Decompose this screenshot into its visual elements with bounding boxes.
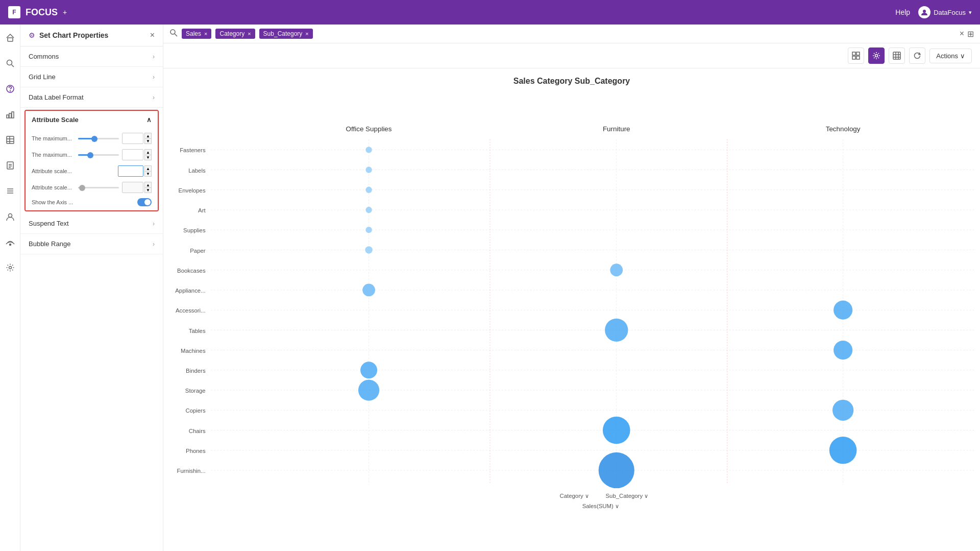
svg-text:Chairs: Chairs xyxy=(189,428,206,434)
svg-text:Fasteners: Fasteners xyxy=(180,148,206,154)
suspend-text-chevron: › xyxy=(153,220,155,227)
scale-input-group-max2: 0.3 ▲ ▼ xyxy=(122,149,152,160)
scale-label-max1: The maximum... xyxy=(32,135,75,141)
filter-bar-right: × ⊞ xyxy=(960,29,974,39)
show-axis-toggle[interactable] xyxy=(137,198,152,206)
actions-button[interactable]: Actions ∨ xyxy=(929,49,972,63)
svg-text:Storage: Storage xyxy=(185,388,206,394)
filter-tag-sales-close[interactable]: × xyxy=(204,31,207,37)
svg-point-87 xyxy=(834,341,852,360)
svg-line-24 xyxy=(175,34,177,36)
svg-text:Labels: Labels xyxy=(188,167,206,174)
scale-input-attr1[interactable]: 50 xyxy=(118,165,143,177)
panel-header: ⚙ Set Chart Properties × xyxy=(20,25,163,46)
svg-point-23 xyxy=(170,30,175,34)
scale-row-attr1: Attribute scale... 50 ▲ ▼ xyxy=(32,165,152,177)
scale-spinner-up-max1[interactable]: ▲ xyxy=(144,133,152,138)
sidebar-icons xyxy=(0,25,20,551)
filter-clear-button[interactable]: × xyxy=(960,29,964,39)
sidebar-user[interactable] xyxy=(2,208,18,225)
scale-spinner-down-max1[interactable]: ▼ xyxy=(144,138,152,144)
svg-text:Sub_Category ∨: Sub_Category ∨ xyxy=(606,493,649,499)
svg-text:Bookcases: Bookcases xyxy=(177,268,206,274)
sidebar-list[interactable] xyxy=(2,183,18,199)
svg-text:Office Supplies: Office Supplies xyxy=(346,125,392,133)
scale-spinner-down-attr1[interactable]: ▼ xyxy=(144,171,152,177)
svg-rect-13 xyxy=(7,162,13,169)
scale-label-attr1: Attribute scale... xyxy=(32,168,75,174)
filter-tag-sub-category-close[interactable]: × xyxy=(305,31,308,37)
filter-tag-category-close[interactable]: × xyxy=(248,31,251,37)
sidebar-report[interactable] xyxy=(2,157,18,174)
main-layout: ⚙ Set Chart Properties × Commons › Grid … xyxy=(0,25,980,551)
data-label-chevron: › xyxy=(153,94,155,101)
sidebar-signal[interactable] xyxy=(2,234,18,250)
scale-input-max2[interactable]: 0.3 xyxy=(122,149,143,160)
scale-slider-max1[interactable] xyxy=(78,138,119,139)
svg-text:Tables: Tables xyxy=(189,328,206,334)
attribute-scale-header[interactable]: Attribute Scale ∧ xyxy=(26,111,158,129)
scale-spinner-down-attr2[interactable]: ▼ xyxy=(144,187,152,193)
svg-rect-6 xyxy=(7,115,9,118)
scale-input-max1[interactable]: 0.40 xyxy=(122,133,143,144)
panel-item-commons[interactable]: Commons › xyxy=(20,46,163,67)
scale-slider-max2[interactable] xyxy=(78,154,119,156)
user-menu[interactable]: DataFocus ▾ xyxy=(918,6,972,18)
new-tab-button[interactable]: + xyxy=(63,8,67,16)
svg-point-80 xyxy=(365,207,372,213)
scale-spinner-up-attr1[interactable]: ▲ xyxy=(144,165,152,171)
panel-item-grid-line[interactable]: Grid Line › xyxy=(20,67,163,87)
svg-point-2 xyxy=(7,60,12,65)
svg-point-81 xyxy=(365,227,372,233)
help-button[interactable]: Help xyxy=(895,8,910,16)
chart-refresh-button[interactable] xyxy=(909,47,925,64)
panel-item-suspend-text[interactable]: Suspend Text › xyxy=(20,213,163,234)
svg-rect-27 xyxy=(852,56,855,59)
commons-chevron: › xyxy=(153,53,155,60)
sidebar-settings[interactable] xyxy=(2,259,18,276)
sidebar-question[interactable] xyxy=(2,81,18,97)
scale-label-max2: The maximum... xyxy=(32,152,75,158)
chart-svg: Office Supplies Furniture Technology Fas… xyxy=(163,90,980,542)
scale-spinners-max2: ▲ ▼ xyxy=(144,149,152,160)
sidebar-table[interactable] xyxy=(2,132,18,148)
svg-text:Envelopes: Envelopes xyxy=(179,187,206,194)
svg-point-84 xyxy=(362,284,375,297)
attribute-scale-chevron: ∧ xyxy=(146,116,152,124)
scale-spinner-down-max2[interactable]: ▼ xyxy=(144,155,152,160)
search-button[interactable] xyxy=(169,29,178,39)
sidebar-search[interactable] xyxy=(2,55,18,71)
scale-spinner-up-max2[interactable]: ▲ xyxy=(144,149,152,155)
chart-settings-button[interactable] xyxy=(868,47,885,64)
scale-spinner-up-attr2[interactable]: ▲ xyxy=(144,182,152,187)
filter-expand-button[interactable]: ⊞ xyxy=(967,29,974,39)
panel-close-button[interactable]: × xyxy=(150,31,155,40)
svg-point-79 xyxy=(365,187,372,193)
svg-point-89 xyxy=(358,379,379,400)
chart-grid-button[interactable] xyxy=(889,47,905,64)
svg-rect-25 xyxy=(852,52,855,55)
panel-gear-icon: ⚙ xyxy=(29,31,35,39)
sidebar-home[interactable] xyxy=(2,30,18,46)
svg-point-91 xyxy=(603,417,630,444)
filter-tag-category: Category × xyxy=(215,29,255,39)
topbar: F FOCUS + Help DataFocus ▾ xyxy=(0,0,980,25)
scale-input-group-max1: 0.40 ▲ ▼ xyxy=(122,133,152,144)
scale-slider-attr2[interactable] xyxy=(78,187,119,188)
chart-title: Sales Category Sub_Category xyxy=(163,68,980,90)
panel-item-data-label[interactable]: Data Label Format › xyxy=(20,87,163,108)
scale-row-attr2: Attribute scale... ▲ ▼ xyxy=(32,182,152,193)
chart-container: Sales Category Sub_Category Office Suppl… xyxy=(163,68,980,551)
topbar-right: Help DataFocus ▾ xyxy=(895,6,972,18)
scale-spinners-attr1: ▲ ▼ xyxy=(144,165,152,177)
svg-text:Phones: Phones xyxy=(186,448,206,454)
sidebar-chart[interactable] xyxy=(2,106,18,123)
chart-view-button[interactable] xyxy=(848,47,864,64)
svg-line-3 xyxy=(11,65,14,67)
svg-text:Furnishin...: Furnishin... xyxy=(177,468,205,474)
svg-rect-28 xyxy=(856,56,860,59)
svg-text:Copiers: Copiers xyxy=(185,408,205,414)
panel-item-bubble-range[interactable]: Bubble Range › xyxy=(20,234,163,254)
scale-input-attr2[interactable] xyxy=(122,182,143,193)
user-avatar-icon xyxy=(918,6,930,18)
